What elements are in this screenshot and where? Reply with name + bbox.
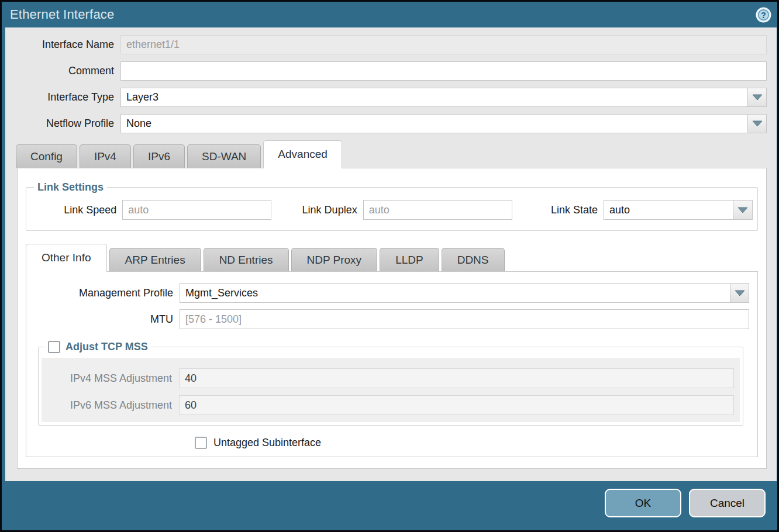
- adjust-tcp-mss-checkbox[interactable]: [48, 341, 60, 353]
- tab-other-info[interactable]: Other Info: [26, 244, 107, 272]
- chevron-down-icon: [735, 290, 745, 296]
- link-speed-group: Link Speed: [31, 200, 271, 220]
- ipv6-mss-row: IPv6 MSS Adjustment: [42, 395, 740, 415]
- tab-ipv6[interactable]: IPv6: [133, 144, 185, 168]
- management-profile-dropdown-button[interactable]: [730, 283, 749, 303]
- interface-type-combo[interactable]: [120, 88, 767, 107]
- ipv4-mss-label: IPv4 MSS Adjustment: [42, 372, 179, 385]
- management-profile-row: Management Profile: [35, 283, 749, 303]
- adjust-tcp-mss-legend: Adjust TCP MSS: [44, 341, 151, 353]
- comment-row: Comment: [5, 61, 767, 81]
- help-icon[interactable]: ?: [756, 7, 771, 23]
- chevron-down-icon: [737, 207, 748, 213]
- link-speed-label: Link Speed: [31, 204, 122, 216]
- svg-text:?: ?: [761, 10, 766, 19]
- tab-ndp-proxy[interactable]: NDP Proxy: [291, 248, 378, 271]
- mtu-label: MTU: [35, 313, 180, 326]
- tab-arp-entries[interactable]: ARP Entries: [109, 248, 201, 271]
- link-state-dropdown-button[interactable]: [733, 200, 753, 220]
- interface-name-field: [120, 35, 767, 54]
- mtu-row: MTU: [35, 309, 749, 329]
- tab-nd-entries[interactable]: ND Entries: [204, 248, 289, 271]
- link-state-label: Link State: [512, 204, 604, 216]
- netflow-profile-value[interactable]: [120, 114, 747, 133]
- netflow-profile-row: Netflow Profile: [5, 114, 767, 133]
- sub-tabbar: Other Info ARP Entries ND Entries NDP Pr…: [24, 244, 760, 271]
- link-state-group: Link State: [512, 200, 753, 220]
- tab-ipv4[interactable]: IPv4: [80, 144, 131, 168]
- untagged-subinterface-checkbox[interactable]: [195, 437, 207, 449]
- netflow-profile-label: Netflow Profile: [5, 118, 120, 130]
- management-profile-label: Management Profile: [35, 287, 180, 299]
- advanced-panel: Link Settings Link Speed Link Duplex: [17, 168, 767, 469]
- mtu-field[interactable]: [180, 309, 749, 329]
- tab-config[interactable]: Config: [16, 144, 77, 168]
- chevron-down-icon: [752, 120, 763, 127]
- link-state-value[interactable]: [604, 200, 733, 220]
- link-duplex-field[interactable]: [363, 200, 512, 220]
- interface-type-row: Interface Type: [5, 88, 767, 107]
- tab-lldp[interactable]: LLDP: [380, 248, 439, 271]
- management-profile-value[interactable]: [180, 283, 730, 303]
- interface-name-label: Interface Name: [5, 39, 120, 51]
- main-tabbar: Config IPv4 IPv6 SD-WAN Advanced: [5, 140, 767, 168]
- chevron-down-icon: [752, 94, 763, 101]
- ipv4-mss-field: [179, 368, 734, 388]
- link-duplex-label: Link Duplex: [271, 204, 363, 216]
- adjust-tcp-mss-label: Adjust TCP MSS: [66, 341, 148, 353]
- netflow-profile-combo[interactable]: [120, 114, 767, 133]
- untagged-subinterface-label: Untagged Subinterface: [213, 437, 321, 449]
- link-settings-legend: Link Settings: [34, 181, 107, 194]
- comment-label: Comment: [5, 65, 120, 77]
- link-settings-row: Link Speed Link Duplex Link State: [31, 196, 753, 224]
- comment-field[interactable]: [120, 61, 767, 81]
- interface-name-row: Interface Name: [5, 35, 767, 54]
- link-speed-field[interactable]: [122, 200, 271, 220]
- management-profile-combo[interactable]: [180, 283, 749, 303]
- ipv6-mss-field: [179, 395, 734, 415]
- dialog-title: Ethernet Interface: [10, 7, 756, 22]
- ipv4-mss-row: IPv4 MSS Adjustment: [42, 368, 740, 388]
- ipv6-mss-label: IPv6 MSS Adjustment: [42, 399, 179, 412]
- dialog-footer: OK Cancel: [2, 481, 777, 530]
- dialog-body: Interface Name Comment Interface Type Ne…: [5, 27, 777, 481]
- interface-type-label: Interface Type: [5, 91, 120, 103]
- link-duplex-group: Link Duplex: [271, 200, 512, 220]
- tab-sdwan[interactable]: SD-WAN: [187, 144, 261, 168]
- ethernet-interface-dialog: Ethernet Interface ? Interface Name Comm…: [0, 0, 779, 532]
- adjust-tcp-mss-fieldset: Adjust TCP MSS IPv4 MSS Adjustment IPv6 …: [38, 341, 743, 426]
- ok-button[interactable]: OK: [605, 489, 681, 517]
- tab-ddns[interactable]: DDNS: [442, 248, 505, 271]
- untagged-subinterface-row: Untagged Subinterface: [35, 437, 749, 449]
- interface-type-dropdown-button[interactable]: [747, 88, 767, 107]
- other-info-panel: Management Profile MTU: [26, 271, 758, 457]
- titlebar: Ethernet Interface ?: [2, 2, 777, 27]
- cancel-button[interactable]: Cancel: [689, 489, 766, 517]
- link-settings-fieldset: Link Settings Link Speed Link Duplex: [26, 181, 758, 231]
- mss-panel: IPv4 MSS Adjustment IPv6 MSS Adjustment: [42, 358, 740, 422]
- interface-type-value[interactable]: [120, 88, 747, 107]
- netflow-profile-dropdown-button[interactable]: [747, 114, 767, 133]
- tab-advanced[interactable]: Advanced: [263, 140, 342, 168]
